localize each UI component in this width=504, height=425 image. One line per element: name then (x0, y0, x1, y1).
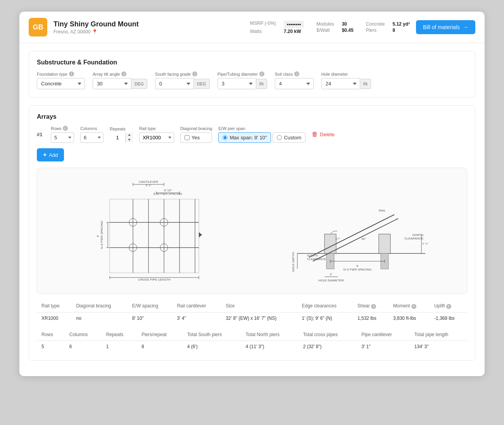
south-grade-group: South facing grade i 051015 DEG (155, 71, 210, 89)
bill-btn-label: Bill of materials (423, 24, 460, 30)
perwatt-value: $0.45 (342, 28, 354, 33)
repeats-label: Repeats (110, 127, 133, 131)
add-label: Add (49, 152, 58, 158)
pipe-diameter-input-wrap: 322.53.54 IN (217, 78, 267, 89)
rail-type-select[interactable]: XR1000XR100XR10 (139, 132, 174, 143)
ew-pier-max-label: Max span: 8' 10" (230, 135, 267, 141)
svg-rect-34 (379, 234, 390, 253)
soil-class-input-wrap: 41235 (275, 78, 314, 89)
svg-text:N-S PIER SPACING: N-S PIER SPACING (100, 221, 104, 249)
substructure-section: Substructure & Foundation Foundation typ… (29, 51, 475, 97)
foundation-type-select[interactable]: Concrete Ballast Ground Screw (37, 78, 85, 89)
svg-text:CANTILEVER: CANTILEVER (139, 180, 158, 184)
add-plus-icon: + (43, 151, 47, 158)
col-diag-bracing: Diagonal bracing (71, 300, 127, 312)
hole-diameter-select[interactable]: 24183036 (321, 78, 360, 89)
tilt-angle-unit: DEG (131, 79, 147, 89)
cell2-rows: 5 (37, 340, 65, 352)
spinner-buttons: ▲ ▼ (125, 133, 133, 142)
header: GB Tiny Shiny Ground Mount Fresno, AZ 00… (19, 12, 485, 43)
south-grade-info-icon[interactable]: i (192, 71, 197, 76)
rows-info-icon[interactable]: i (63, 126, 68, 131)
hole-diameter-unit: IN (360, 79, 371, 89)
spinner-up-button[interactable]: ▲ (126, 133, 133, 138)
svg-rect-10 (110, 199, 199, 273)
diagonal-bracing-checkbox-wrap[interactable]: Yes (180, 132, 212, 143)
foundation-type-input-wrap: Concrete Ballast Ground Screw (37, 78, 85, 89)
rail-type-label: Rail type (139, 126, 174, 131)
south-grade-select[interactable]: 051015 (155, 78, 194, 89)
ew-pier-max-option[interactable]: Max span: 8' 10" (218, 132, 271, 143)
col2-piers-repeat: Piers/repeat (137, 329, 183, 341)
rail-type-col: Rail type XR1000XR100XR10 (139, 126, 174, 143)
col-uplift: Uplift i (430, 300, 467, 312)
cell2-total-north: 4 (11' 3") (241, 340, 299, 352)
col-moment: Moment i (388, 300, 430, 312)
cell-size: 32' 8" (EW) x 16' 7" (NS) (221, 312, 297, 324)
moment-info-icon[interactable]: i (411, 304, 416, 309)
ew-pier-custom-radio[interactable] (277, 135, 282, 140)
cell-diag-bracing: no (71, 312, 127, 324)
south-grade-input-wrap: 051015 DEG (155, 78, 210, 89)
svg-text:NORTH: NORTH (413, 233, 424, 237)
cell2-total-pipe: 134' 3" (410, 340, 467, 352)
pipe-diameter-unit: IN (256, 79, 267, 89)
concrete-label: Concrete (366, 21, 385, 27)
soil-class-select[interactable]: 41235 (275, 78, 314, 89)
tilt-angle-group: Array tilt angle i 301520253540 DEG (93, 71, 147, 89)
tilt-angle-select[interactable]: 301520253540 (93, 78, 131, 89)
soil-class-group: Soil class i 41235 (275, 71, 314, 89)
svg-text:30°: 30° (361, 237, 366, 241)
columns-select[interactable]: 61234578910 (80, 132, 104, 143)
array-row-1: #1 Rows i 51234678 Columns 6123457 (37, 126, 467, 143)
cell2-total-cross: 2 (32' 8") (299, 340, 357, 352)
svg-text:HOLE DIAMETER: HOLE DIAMETER (318, 279, 344, 282)
pipe-diameter-select[interactable]: 322.53.54 (217, 78, 256, 89)
diagonal-bracing-checkbox[interactable] (185, 135, 190, 140)
logo-badge: GB (29, 18, 47, 36)
svg-marker-27 (199, 232, 202, 238)
col-size: Size (221, 300, 297, 312)
rows-col: Rows i 51234678 (51, 126, 74, 143)
cell2-piers-repeat: 8 (137, 340, 183, 352)
project-info: Tiny Shiny Ground Mount Fresno, AZ 00000… (54, 20, 244, 35)
foundation-type-group: Foundation type i Concrete Ballast Groun… (37, 71, 85, 89)
col2-total-north: Total North piers (241, 329, 299, 341)
foundation-info-icon[interactable]: i (69, 71, 74, 76)
hole-diameter-group: Hole diameter 24183036 IN (321, 72, 371, 89)
svg-text:9': 9' (356, 264, 359, 268)
svg-text:7' 7": 7' 7" (422, 242, 428, 246)
delete-array-button[interactable]: 🗑 Delete (312, 131, 335, 138)
ew-pier-custom-label: Custom (284, 135, 301, 141)
ew-pier-span-label: E/W pier span (218, 126, 306, 131)
spinner-down-button[interactable]: ▼ (126, 137, 133, 142)
table-row: XR1000 no 8' 10" 3' 4" 32' 8" (EW) x 16'… (37, 312, 467, 324)
ew-pier-custom-option[interactable]: Custom (273, 132, 306, 143)
rows-select[interactable]: 51234678 (51, 132, 74, 143)
pipe-diameter-info-icon[interactable]: i (259, 71, 264, 76)
col2-pipe-cantilever: Pipe cantilever (357, 329, 410, 341)
delete-icon: 🗑 (312, 131, 318, 138)
svg-text:HOLE DEPTH: HOLE DEPTH (292, 252, 295, 272)
tilt-angle-label: Array tilt angle i (93, 71, 147, 76)
col-ew-spacing: E/W spacing (128, 300, 173, 312)
bill-of-materials-button[interactable]: Bill of materials → (416, 20, 475, 34)
tilt-info-icon[interactable]: i (121, 71, 126, 76)
col2-total-south: Total South piers (183, 329, 241, 341)
foundation-type-label: Foundation type i (37, 71, 85, 76)
hole-diameter-label: Hole diameter (321, 72, 371, 76)
cell-rail-type: XR1000 (37, 312, 71, 324)
soil-class-info-icon[interactable]: i (294, 71, 299, 76)
uplift-info-icon[interactable]: i (446, 304, 451, 309)
add-array-button[interactable]: + Add (37, 148, 64, 161)
project-address: Fresno, AZ 00000 📍 (54, 29, 244, 35)
cell-moment: 3,830 ft-lbs (388, 312, 430, 324)
repeats-input[interactable] (110, 133, 125, 142)
col-shear: Shear i (353, 300, 388, 312)
ew-pier-max-radio[interactable] (223, 135, 228, 140)
cell2-pipe-cantilever: 3' 1" (357, 340, 410, 352)
diagonal-bracing-label: Diagonal bracing (180, 126, 212, 131)
shear-info-icon[interactable]: i (371, 304, 376, 309)
svg-text:9': 9' (96, 235, 100, 237)
cell-ew-spacing: 8' 10" (128, 312, 173, 324)
